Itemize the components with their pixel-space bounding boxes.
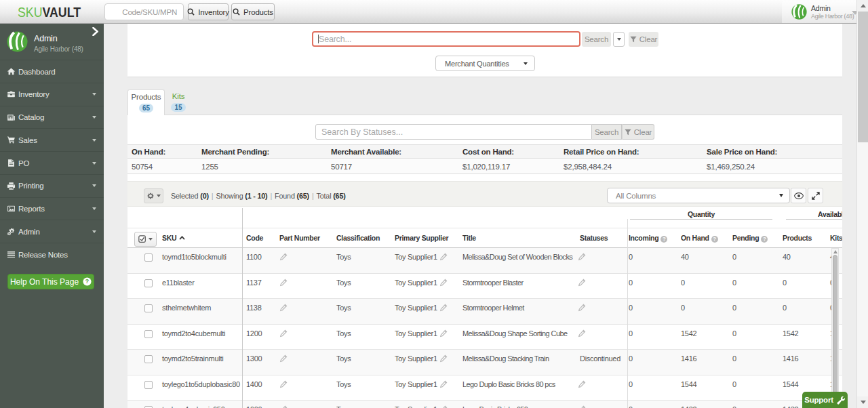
column-header-kits[interactable]: Kits bbox=[830, 234, 842, 242]
column-header-statuses[interactable]: Statuses bbox=[580, 234, 608, 242]
cell-products: 1432 bbox=[783, 405, 798, 408]
sidebar-item-catalog[interactable]: Catalog bbox=[0, 106, 104, 129]
table-row: toymd2to4cubemulti1200ToysToy Supplier1 … bbox=[127, 325, 842, 350]
main-search-input[interactable] bbox=[312, 31, 580, 47]
search-options-dropdown-button[interactable] bbox=[613, 32, 625, 47]
cell-primary-supplier: Toy Supplier1 bbox=[395, 405, 448, 408]
cell-products: 0 bbox=[783, 304, 787, 312]
column-header-classification[interactable]: Classification bbox=[336, 234, 380, 242]
row-checkbox[interactable] bbox=[144, 330, 153, 338]
cell-classification: Toys bbox=[336, 329, 351, 338]
caret-down-icon bbox=[524, 62, 528, 65]
columns-select[interactable]: All Columns bbox=[607, 188, 790, 203]
column-header-on-hand[interactable]: On Hand? bbox=[681, 234, 718, 243]
summary-value: (0) bbox=[200, 192, 209, 200]
statuses-search-input[interactable] bbox=[315, 124, 592, 140]
sidebar-item-release-notes[interactable]: Release Notes bbox=[0, 243, 104, 266]
edit-pencil-icon[interactable] bbox=[578, 253, 586, 261]
scrollbar-down-button[interactable] bbox=[857, 396, 868, 408]
column-header-code[interactable]: Code bbox=[246, 234, 263, 242]
clear-button[interactable]: Clear bbox=[629, 32, 658, 47]
cell-pending: 0 bbox=[732, 380, 736, 388]
top-products-button[interactable]: Products bbox=[231, 3, 275, 20]
eye-icon bbox=[794, 192, 804, 199]
statuses-clear-button[interactable]: Clear bbox=[622, 124, 654, 140]
edit-pencil-icon[interactable] bbox=[439, 329, 448, 338]
expand-button[interactable] bbox=[808, 188, 823, 203]
page-scrollbar-thumb[interactable] bbox=[858, 12, 868, 142]
edit-pencil-icon[interactable] bbox=[439, 354, 448, 363]
sidebar-user-name: Admin bbox=[34, 34, 57, 43]
top-inventory-button[interactable]: Inventory bbox=[188, 3, 229, 20]
sidebar-item-printing[interactable]: Printing bbox=[0, 174, 104, 197]
column-header-products[interactable]: Products bbox=[783, 234, 812, 242]
cell-classification: Toys bbox=[336, 253, 351, 261]
table-scrollbar-thumb[interactable] bbox=[833, 255, 837, 396]
table-row: e11blaster1137ToysToy Supplier1 Stormtro… bbox=[127, 274, 842, 300]
filter-icon bbox=[625, 129, 631, 136]
caret-down-icon bbox=[92, 162, 96, 165]
edit-pencil-icon[interactable] bbox=[578, 405, 586, 408]
column-header-part-number[interactable]: Part Number bbox=[279, 234, 320, 242]
table-scrollbar[interactable] bbox=[831, 248, 839, 408]
column-header-title[interactable]: Title bbox=[462, 234, 476, 242]
cell-pending: 0 bbox=[732, 279, 736, 287]
row-checkbox[interactable] bbox=[144, 355, 153, 363]
edit-pencil-icon[interactable] bbox=[439, 304, 448, 312]
edit-pencil-icon[interactable] bbox=[439, 405, 448, 408]
caret-down-icon bbox=[92, 184, 96, 187]
edit-pencil-icon[interactable] bbox=[578, 380, 586, 388]
tab-kits[interactable]: Kits 15 bbox=[167, 89, 190, 115]
visibility-button[interactable] bbox=[791, 188, 806, 203]
edit-pencil-icon[interactable] bbox=[439, 279, 448, 287]
merchant-quantities-select[interactable]: Merchant Quantities bbox=[435, 56, 535, 71]
row-checkbox[interactable] bbox=[144, 279, 153, 287]
tab-products[interactable]: Products 65 bbox=[127, 89, 165, 115]
cell-primary-supplier: Toy Supplier1 bbox=[395, 279, 448, 287]
sidebar-item-dashboard[interactable]: Dashboard bbox=[0, 60, 104, 83]
edit-pencil-icon[interactable] bbox=[279, 304, 288, 312]
sidebar-collapse-chevron-icon[interactable] bbox=[92, 27, 98, 36]
sidebar-item-reports[interactable]: Reports bbox=[0, 197, 104, 220]
group-header-available-underline bbox=[786, 219, 842, 220]
select-all-dropdown[interactable] bbox=[134, 232, 157, 247]
statuses-search-button[interactable]: Search bbox=[592, 124, 622, 140]
column-header-pending[interactable]: Pending? bbox=[732, 234, 768, 243]
sidebar-item-sales[interactable]: Sales bbox=[0, 128, 104, 151]
scrollbar-up-button[interactable] bbox=[857, 0, 868, 12]
column-header-primary-supplier[interactable]: Primary Supplier bbox=[395, 234, 448, 242]
top-search-input[interactable] bbox=[104, 3, 184, 20]
edit-pencil-icon[interactable] bbox=[279, 253, 288, 261]
cell-pending: 0 bbox=[732, 354, 736, 363]
edit-pencil-icon[interactable] bbox=[279, 354, 288, 363]
summary-label: Selected bbox=[171, 192, 198, 200]
column-header-sku[interactable]: SKU bbox=[162, 234, 185, 242]
caret-down-icon bbox=[92, 207, 96, 210]
cell-products: 1416 bbox=[783, 354, 798, 363]
stat-header: Sale Price on Hand: bbox=[707, 148, 777, 156]
help-on-this-page-button[interactable]: Help On This Page ? bbox=[7, 274, 94, 289]
sidebar-item-po[interactable]: PO bbox=[0, 151, 104, 174]
page-scrollbar[interactable] bbox=[856, 0, 868, 408]
grid-summary: Selected (0)|Showing (1 - 10)|Found (65)… bbox=[171, 192, 346, 200]
row-checkbox[interactable] bbox=[144, 253, 153, 262]
row-checkbox[interactable] bbox=[144, 381, 153, 389]
edit-pencil-icon[interactable] bbox=[279, 279, 288, 287]
cell-pending: 0 bbox=[732, 304, 736, 312]
edit-pencil-icon[interactable] bbox=[578, 304, 586, 312]
edit-pencil-icon[interactable] bbox=[279, 329, 288, 338]
edit-pencil-icon[interactable] bbox=[279, 405, 288, 408]
edit-pencil-icon[interactable] bbox=[279, 380, 288, 388]
grid-settings-button[interactable] bbox=[144, 188, 163, 203]
support-button[interactable]: Support bbox=[802, 392, 848, 408]
edit-pencil-icon[interactable] bbox=[439, 380, 448, 388]
sidebar-item-admin[interactable]: Admin bbox=[0, 220, 104, 243]
row-checkbox[interactable] bbox=[144, 304, 153, 312]
search-button[interactable]: Search bbox=[582, 32, 611, 47]
sidebar-item-inventory[interactable]: Inventory bbox=[0, 83, 104, 106]
edit-pencil-icon[interactable] bbox=[578, 329, 586, 338]
edit-pencil-icon[interactable] bbox=[439, 253, 448, 261]
cell-statuses: Discontinued bbox=[580, 354, 620, 363]
column-header-incoming[interactable]: Incoming? bbox=[629, 234, 667, 243]
edit-pencil-icon[interactable] bbox=[578, 279, 586, 287]
